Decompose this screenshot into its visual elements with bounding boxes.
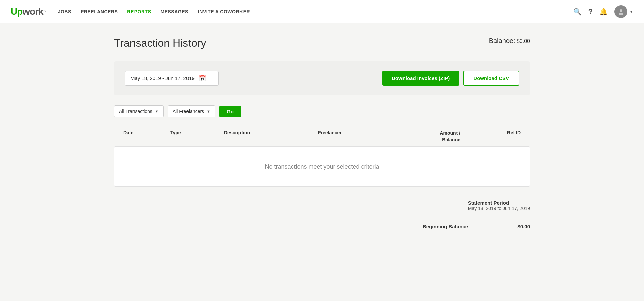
- notifications-icon[interactable]: 🔔: [599, 8, 608, 16]
- beginning-balance-label: Beginning Balance: [423, 224, 468, 229]
- nav-messages[interactable]: MESSAGES: [161, 9, 189, 14]
- page-header: Transaction History Balance: $0.00: [114, 37, 530, 49]
- filter-row: All Transactions ▼ All Freelancers ▼ Go: [114, 105, 530, 117]
- nav-freelancers[interactable]: FREELANCERS: [81, 9, 118, 14]
- svg-point-1: [619, 13, 623, 15]
- calendar-icon: 📅: [199, 75, 206, 82]
- statement-period-label: Statement Period: [468, 200, 530, 206]
- download-csv-button[interactable]: Download CSV: [463, 71, 519, 86]
- freelancers-filter-label: All Freelancers: [173, 109, 204, 114]
- page-title: Transaction History: [114, 37, 206, 49]
- date-range-value: May 18, 2019 - Jun 17, 2019: [130, 75, 195, 81]
- col-ref-id: Ref ID: [460, 130, 521, 143]
- transactions-filter[interactable]: All Transactions ▼: [114, 105, 164, 117]
- download-buttons: Download Invoices (ZIP) Download CSV: [382, 71, 519, 86]
- date-filter-card: May 18, 2019 - Jun 17, 2019 📅 Download I…: [114, 61, 530, 95]
- chevron-down-icon: ▼: [629, 9, 633, 14]
- statement-period-block: Statement Period May 18, 2019 to Jun 17,…: [468, 200, 530, 211]
- statement-period-value: May 18, 2019 to Jun 17, 2019: [468, 206, 530, 211]
- beginning-balance-value: $0.00: [517, 224, 530, 229]
- logo-tm: ™: [43, 10, 46, 13]
- nav-reports[interactable]: REPORTS: [127, 9, 151, 14]
- balance-label: Balance:: [489, 37, 515, 44]
- nav-jobs[interactable]: JOBS: [58, 9, 71, 14]
- col-freelancer: Freelancer: [318, 130, 400, 143]
- user-menu[interactable]: ▼: [614, 5, 633, 18]
- header-right: 🔍 ? 🔔 ▼: [573, 5, 633, 18]
- logo-up: Up: [11, 6, 22, 17]
- search-icon[interactable]: 🔍: [573, 8, 582, 16]
- divider: [423, 218, 530, 218]
- freelancers-filter-arrow: ▼: [207, 109, 210, 113]
- download-invoices-zip-button[interactable]: Download Invoices (ZIP): [382, 71, 459, 86]
- go-button[interactable]: Go: [219, 106, 241, 117]
- help-icon[interactable]: ?: [588, 7, 593, 16]
- transactions-filter-arrow: ▼: [155, 109, 159, 113]
- table-body: No transactions meet your selected crite…: [114, 146, 530, 187]
- statement-summary: Statement Period May 18, 2019 to Jun 17,…: [114, 200, 530, 229]
- date-range-picker[interactable]: May 18, 2019 - Jun 17, 2019 📅: [125, 71, 219, 86]
- logo-work: work: [22, 6, 43, 17]
- main-nav: JOBS FREELANCERS REPORTS MESSAGES INVITE…: [58, 9, 250, 14]
- empty-message: No transactions meet your selected crite…: [251, 150, 392, 184]
- main-header: Upwork™ JOBS FREELANCERS REPORTS MESSAGE…: [0, 0, 644, 23]
- col-date: Date: [123, 130, 170, 143]
- balance-amount: $0.00: [517, 38, 530, 44]
- col-type: Type: [170, 130, 224, 143]
- logo[interactable]: Upwork™: [11, 6, 46, 17]
- table-header: Date Type Description Freelancer Amount …: [114, 127, 530, 146]
- header-left: Upwork™ JOBS FREELANCERS REPORTS MESSAGE…: [11, 6, 250, 17]
- nav-invite-coworker[interactable]: INVITE A COWORKER: [198, 9, 250, 14]
- col-description: Description: [224, 130, 318, 143]
- freelancers-filter[interactable]: All Freelancers ▼: [168, 105, 215, 117]
- balance-display: Balance: $0.00: [489, 37, 530, 45]
- col-amount-balance: Amount /Balance: [400, 130, 460, 143]
- svg-point-0: [620, 9, 622, 12]
- beginning-balance-row: Beginning Balance $0.00: [423, 224, 530, 229]
- main-content: Transaction History Balance: $0.00 May 1…: [87, 23, 557, 249]
- avatar: [614, 5, 627, 18]
- transactions-filter-label: All Transactions: [119, 109, 152, 114]
